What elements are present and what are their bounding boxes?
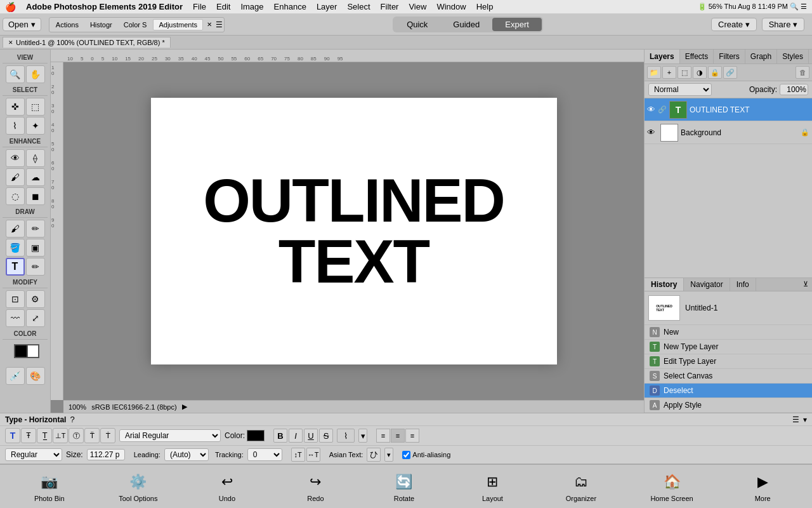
warp-dropdown[interactable]: ▾ [358,429,367,443]
clone-tool[interactable]: 🖌 [6,168,25,186]
menu-view[interactable]: View [409,2,426,11]
layer-background[interactable]: 👁 Background 🔒 [645,121,812,144]
create-button[interactable]: Create ▾ [711,18,757,31]
move-tool[interactable]: ✜ [6,98,25,116]
menu-filter[interactable]: Filter [381,2,399,11]
crop-tool[interactable]: ⊡ [6,290,25,308]
mode-quick[interactable]: Quick [394,18,440,31]
foreground-color[interactable] [14,344,28,358]
brush-tool[interactable]: 🖌 [6,220,25,237]
nav-organizer[interactable]: 🗂 Organizer [562,471,600,502]
new-layer-group-btn[interactable]: 📁 [647,66,661,79]
type-style7-btn[interactable]: Ṫ [100,428,115,443]
tab-graph[interactable]: Graph [745,50,777,64]
smudge-tool[interactable]: ☁ [26,168,45,186]
history-item-new-type[interactable]: T New Type Layer [645,340,812,354]
history-item-select-canvas[interactable]: S Select Canvas [645,369,812,384]
history-item-new[interactable]: N New [645,325,812,340]
help-icon[interactable]: ? [70,415,74,424]
nav-photo-bin[interactable]: 📷 Photo Bin [30,471,69,502]
leading-select[interactable]: (Auto) [164,448,209,461]
menu-enhance[interactable]: Enhance [274,2,306,11]
paint-bucket-tool[interactable]: 🪣 [6,239,25,257]
warp-text-btn[interactable]: ⌇ [337,429,355,443]
share-button[interactable]: Share ▾ [762,18,804,31]
italic-btn[interactable]: I [289,429,303,443]
nav-layout[interactable]: ⊞ Layout [473,471,511,502]
type-style5-btn[interactable]: Ⓣ [69,428,84,443]
red-eye-tool[interactable]: 👁 [6,149,25,167]
magic-wand-tool[interactable]: ✦ [26,117,45,135]
menu-window[interactable]: Window [436,2,466,11]
color-picker-tool[interactable]: 🎨 [26,367,45,385]
type-tool[interactable]: T [6,258,25,276]
hand-tool[interactable]: ✋ [26,65,45,83]
doc-tab-untitled[interactable]: ✕ Untitled-1 @ 100% (OUTLINED TEXT, RGB/… [3,37,171,48]
delete-layer-btn[interactable]: 🗑 [796,66,809,79]
tab-styles[interactable]: Styles [777,50,809,64]
tab-colors[interactable]: Color S [119,20,152,30]
type-style2-btn[interactable]: Ŧ [21,428,36,443]
history-item-deselect[interactable]: D Deselect [645,384,812,398]
align-left-btn[interactable]: ≡ [376,429,390,443]
layer-link-outlined[interactable]: 🔗 [658,105,667,114]
mode-guided[interactable]: Guided [440,18,492,31]
sharpen-tool[interactable]: ◼ [26,187,45,205]
underline-btn[interactable]: U [304,429,318,443]
nav-undo[interactable]: ↩ Undo [208,471,246,502]
menu-select[interactable]: Select [347,2,370,11]
history-tab-history[interactable]: History [645,278,684,291]
antialiasing-group[interactable]: Anti-aliasing [402,451,450,459]
type-collapse-btn[interactable]: ▾ [803,415,807,424]
history-item-apply-style[interactable]: A Apply Style [645,398,812,413]
canvas-document[interactable]: OUTLINED TEXT [151,98,557,364]
nav-tool-options[interactable]: ⚙️ Tool Options [119,471,157,502]
mode-expert[interactable]: Expert [492,18,542,31]
liquify-tool[interactable]: 〰 [6,309,25,327]
straighten-tool[interactable]: ⤢ [26,309,45,327]
recompose-tool[interactable]: ⚙ [26,290,45,308]
layer-mask-btn[interactable]: ⬚ [678,66,691,79]
menu-edit[interactable]: Edit [216,2,230,11]
canvas-area[interactable]: 105 05 1015 2025 3035 4045 5055 6065 707… [51,50,644,413]
tab-layers[interactable]: Layers [645,50,680,64]
align-center-btn[interactable]: ≡ [391,429,405,443]
tab-histogr[interactable]: Histogr [85,20,117,30]
tab-filters[interactable]: Filters [714,50,745,64]
menu-file[interactable]: File [193,2,206,11]
vertical-scale-btn[interactable]: ↕T [291,448,305,462]
lasso-tool[interactable]: ⌇ [6,117,25,135]
link-layers-btn[interactable]: 🔗 [723,66,737,79]
asian-text-btn[interactable]: ひ [367,448,381,462]
antialiasing-checkbox[interactable] [402,451,410,459]
type-options-icon[interactable]: ☰ [792,415,799,424]
tab-adjustments[interactable]: Adjustments [153,19,203,30]
tab-effects[interactable]: Effects [680,50,714,64]
canvas-content[interactable]: OUTLINED TEXT [63,62,644,400]
nav-more[interactable]: ▶ More [743,471,782,502]
history-item-edit-type[interactable]: T Edit Type Layer [645,354,812,369]
blend-mode-select[interactable]: Normal [648,83,712,96]
create-layer-btn[interactable]: + [662,66,676,79]
nav-redo[interactable]: ↪ Redo [296,471,334,502]
canvas-arrow[interactable]: ▶ [182,403,187,411]
type-horizontal-btn[interactable]: T [5,428,20,443]
align-right-btn[interactable]: ≡ [405,429,419,443]
menu-help[interactable]: Help [476,2,494,11]
open-button[interactable]: Open ▾ [3,18,41,31]
menu-image[interactable]: Image [240,2,263,11]
type-style4-btn[interactable]: ⊥T [53,428,68,443]
history-tab-info[interactable]: Info [730,278,756,291]
blur-tool[interactable]: ◌ [6,187,25,205]
layer-outlined-text[interactable]: 👁 🔗 T OUTLINED TEXT [645,98,812,121]
bold-btn[interactable]: B [273,429,287,443]
heal-tool[interactable]: ⟠ [26,149,45,167]
history-tab-navigator[interactable]: Navigator [684,278,730,291]
doc-close-icon[interactable]: ✕ [8,39,13,46]
eyedropper-tool[interactable]: 💉 [6,367,25,385]
pencil-tool[interactable]: ✏ [26,258,45,276]
adjustment-layer-btn[interactable]: ◑ [693,66,707,79]
tracking-select[interactable]: 0 [247,448,282,461]
gradient-tool[interactable]: ▣ [26,239,45,257]
zoom-tool[interactable]: 🔍 [6,65,25,83]
